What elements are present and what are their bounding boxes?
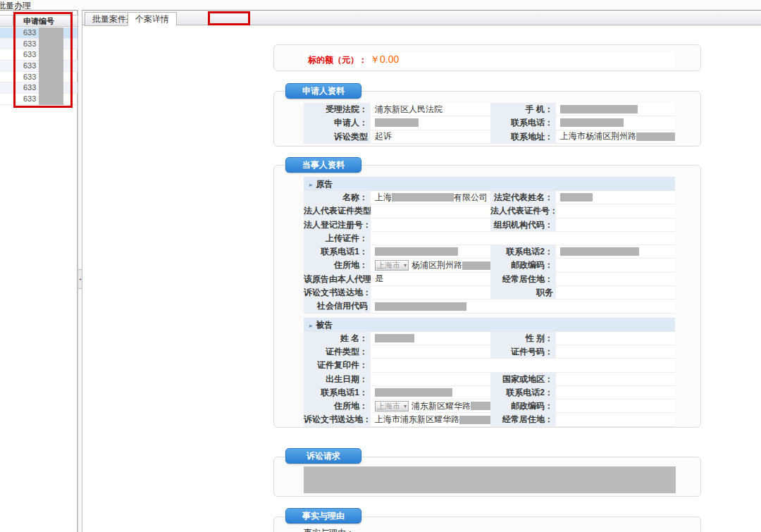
field-value [556, 245, 675, 258]
form-row: 受理法院：浦东新区人民法院手 机： [304, 103, 675, 116]
redacted-value [560, 247, 639, 256]
field-label: 手 机： [490, 103, 556, 116]
panel-splitter[interactable]: ◂ [78, 10, 82, 532]
field-value [556, 218, 675, 231]
field-label: 组织机构代码： [490, 218, 556, 231]
field-label: 诉讼文书送达地： [304, 413, 371, 426]
form-row: 法人登记注册号：组织机构代码： [304, 218, 675, 232]
field-label: 法定代表姓名： [490, 191, 556, 204]
field-label: 上传证件： [304, 232, 371, 245]
field-text: 是 [375, 273, 383, 285]
field-value [371, 373, 490, 385]
field-value: 上海市浦东新区耀华路 [371, 413, 490, 426]
redacted-value [375, 118, 419, 127]
field-label: 邮政编码： [490, 400, 556, 412]
field-value [556, 345, 675, 358]
redacted-value [392, 193, 454, 202]
chevron-down-icon: ▾ [404, 262, 407, 268]
field-text: 起诉 [375, 130, 392, 142]
field-label: 诉讼文书送达地： [304, 286, 371, 299]
field-value [556, 373, 675, 385]
field-label: 国家或地区： [490, 373, 556, 385]
field-label: 性 别： [490, 332, 556, 345]
field-label: 名称： [304, 191, 371, 204]
amount-strip: 标的额（元）： ￥0.00 [304, 52, 675, 68]
field-value [556, 332, 675, 345]
application-number-header-label: 申请编号 [23, 17, 54, 25]
form-row: 诉讼文书送达地：上海市浦东新区耀华路经常居住地： [304, 413, 675, 426]
tab-case-details[interactable]: 个案详情 [128, 12, 177, 26]
field-text: 上海市浦东新区耀华路 [375, 414, 459, 426]
splitter-collapse-handle[interactable]: ◂ [78, 269, 82, 289]
form-row: 住所地：上海市▾浦东新区耀华路邮政编码： [304, 400, 675, 413]
main-panel: 批量案件列表 个案详情 标的额（元）： ￥0.00 申请人资料 受理法院：浦东新… [82, 10, 761, 532]
field-value [556, 286, 675, 299]
field-label: 职务 [490, 286, 556, 299]
redacted-value [560, 118, 624, 127]
plaintiff-group-header[interactable]: ▸原告 [304, 177, 675, 191]
form-row: 证件复印件： [304, 359, 675, 372]
expand-arrow-icon: ▸ [309, 322, 313, 329]
chevron-down-icon: ▾ [404, 403, 407, 409]
field-label: 联系电话1： [304, 386, 371, 399]
field-label: 证件号码： [490, 345, 556, 358]
field-value [371, 218, 490, 231]
form-row: 法人代表证件类型：法人代表证件号： [304, 204, 675, 218]
form-row: 证件类型：证件号码： [304, 345, 675, 359]
redacted-value [459, 416, 490, 424]
field-value: 上海市▾杨浦区荆州路 [371, 259, 490, 271]
field-value [371, 204, 490, 217]
application-number-column-header: 申请编号 [0, 15, 78, 27]
field-value [556, 413, 675, 426]
party-section-header: 当事人资料 [285, 157, 361, 173]
redacted-value [560, 105, 638, 113]
field-label: 姓 名： [304, 332, 371, 345]
form-row: 诉讼类型起诉联系地址：上海市杨浦区荆州路 [304, 130, 675, 144]
column-divider [72, 16, 73, 26]
applicant-form: 受理法院：浦东新区人民法院手 机：申请人：联系电话：诉讼类型起诉联系地址：上海市… [304, 103, 675, 144]
field-value [371, 116, 490, 129]
field-text: 有限公司 [454, 192, 488, 204]
facts-section-header: 事实与理由 [285, 508, 361, 524]
form-row: 联系电话1：联系电话2： [304, 386, 675, 400]
field-value: 上海市▾浦东新区耀华路 [371, 400, 490, 412]
defendant-form: 姓 名：性 别：证件类型：证件号码：证件复印件：出生日期：国家或地区：联系电话1… [304, 332, 675, 427]
field-label: 经常居住地： [490, 413, 556, 426]
field-label: 联系地址： [490, 130, 556, 143]
form-row: 该原告由本人代理：是经常居住地： [304, 273, 675, 286]
applicant-section-header: 申请人资料 [285, 83, 361, 99]
redacted-value [375, 302, 466, 311]
amount-value: ￥0.00 [370, 54, 399, 66]
facts-body-text: 事实与理由： [304, 527, 354, 532]
field-text: 浦东新区人民法院 [375, 104, 443, 116]
field-label: 联系电话： [490, 116, 556, 129]
form-row: 名称：上海有限公司法定代表姓名： [304, 191, 675, 204]
form-row: 联系电话1：联系电话2： [304, 245, 675, 259]
field-text: 上海 [375, 192, 392, 204]
field-value [556, 400, 675, 412]
field-value [556, 386, 675, 399]
field-label: 住所地： [304, 400, 371, 412]
form-row: 住所地：上海市▾杨浦区荆州路邮政编码： [304, 259, 675, 272]
field-text: 上海市杨浦区荆州路 [560, 130, 636, 142]
field-label: 诉讼类型 [304, 130, 371, 143]
party-section-box: ▸原告 名称：上海有限公司法定代表姓名：法人代表证件类型：法人代表证件号：法人登… [273, 165, 701, 428]
defendant-group-header[interactable]: ▸被告 [304, 318, 675, 332]
field-value: 上海市杨浦区荆州路 [556, 130, 675, 143]
province-select[interactable]: 上海市▾ [375, 260, 409, 271]
title-bar: 批量办理 [0, 0, 761, 10]
case-detail-content: 标的额（元）： ￥0.00 申请人资料 受理法院：浦东新区人民法院手 机：申请人… [82, 26, 761, 532]
claims-section-header: 诉讼请求 [285, 448, 361, 464]
redacted-value [636, 132, 675, 141]
form-row: 出生日期：国家或地区： [304, 373, 675, 386]
redacted-claims-text [304, 466, 676, 493]
amount-box: 标的额（元）： ￥0.00 [273, 44, 701, 71]
field-value: 起诉 [371, 130, 490, 143]
field-label: 邮政编码： [490, 259, 556, 271]
amount-label: 标的额（元）： [308, 54, 367, 66]
province-select[interactable]: 上海市▾ [375, 401, 409, 412]
field-label: 经常居住地： [490, 273, 556, 285]
field-value: 浦东新区人民法院 [371, 103, 490, 116]
plaintiff-form: 名称：上海有限公司法定代表姓名：法人代表证件类型：法人代表证件号：法人登记注册号… [304, 191, 675, 314]
batch-processing-page: 批量办理 申请编号 633633633633633633633 ◂ 批量案件列表… [0, 0, 761, 532]
